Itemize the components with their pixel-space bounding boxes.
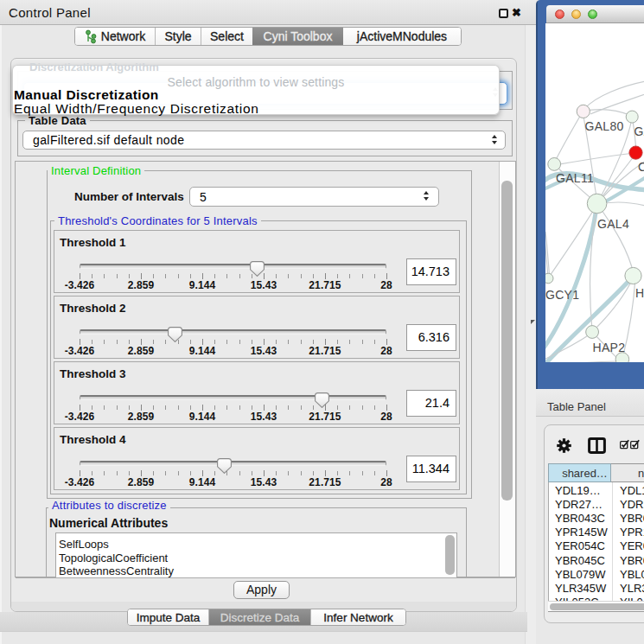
svg-text:GAL11: GAL11 <box>556 171 594 185</box>
svg-text:HAP2: HAP2 <box>593 341 626 354</box>
svg-text:GCY1: GCY1 <box>545 288 579 302</box>
svg-text:GAL80: GAL80 <box>585 119 624 133</box>
svg-text:C: C <box>638 160 644 174</box>
svg-text:H: H <box>635 286 644 300</box>
svg-text:GA: GA <box>634 124 644 138</box>
svg-text:GAL4: GAL4 <box>597 217 629 231</box>
